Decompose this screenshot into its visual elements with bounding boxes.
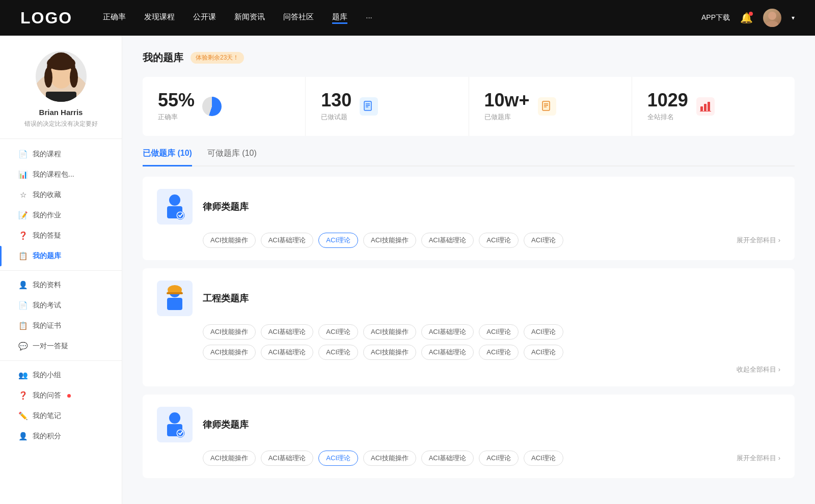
tag[interactable]: ACI基础理论 [261, 345, 314, 360]
qbank-card-3: 律师类题库 ACI技能操作 ACI基础理论 ACI理论 ACI技能操作 ACI基… [143, 395, 795, 478]
tag[interactable]: ACI理论 [479, 233, 519, 248]
tag-active[interactable]: ACI理论 [318, 233, 358, 248]
tag[interactable]: ACI理论 [479, 345, 519, 360]
sidebar-item-my-homework[interactable]: 📝 我的作业 [0, 205, 122, 226]
svg-rect-30 [167, 292, 183, 294]
stat-done-banks: 10w+ 已做题库 [469, 77, 632, 136]
sidebar-item-my-points[interactable]: 👤 我的积分 [0, 426, 122, 446]
sidebar-item-label: 我的资料 [33, 281, 61, 290]
nav-qbank[interactable]: 题库 [332, 12, 347, 24]
tag-active[interactable]: ACI理论 [318, 451, 358, 466]
expand-link-3[interactable]: 展开全部科目 › [737, 454, 780, 463]
nav-links: 正确率 发现课程 公开课 新闻资讯 问答社区 题库 ··· [103, 12, 701, 24]
sidebar-item-label: 我的证书 [33, 321, 61, 330]
nav-discover[interactable]: 发现课程 [144, 12, 175, 24]
qbank-card-2-tags-row1: ACI技能操作 ACI基础理论 ACI理论 ACI技能操作 ACI基础理论 AC… [157, 324, 780, 340]
qbank-card-1-tags: ACI技能操作 ACI基础理论 ACI理论 ACI技能操作 ACI基础理论 AC… [157, 233, 780, 248]
user-dropdown-icon[interactable]: ▾ [792, 14, 795, 21]
sidebar-motto: 错误的决定比没有决定要好 [24, 120, 98, 128]
tag[interactable]: ACI理论 [524, 233, 563, 248]
stat-rank: 1029 全站排名 [632, 77, 795, 136]
sidebar-item-my-favorite[interactable]: ☆ 我的收藏 [0, 185, 122, 205]
sidebar-item-my-qbank[interactable]: 📋 我的题库 [0, 246, 122, 266]
sidebar-item-label: 我的小组 [33, 371, 61, 380]
tag[interactable]: ACI理论 [318, 324, 358, 340]
stats-row: 55% 正确率 130 已做试题 [143, 77, 795, 136]
pie-chart-icon [202, 97, 222, 116]
sidebar-item-my-group[interactable]: 👥 我的小组 [0, 365, 122, 385]
tag[interactable]: ACI基础理论 [421, 233, 474, 248]
sidebar-item-label: 我的考试 [33, 301, 61, 310]
expand-link-1[interactable]: 展开全部科目 › [737, 236, 780, 245]
accuracy-label: 正确率 [158, 113, 195, 122]
sidebar-item-my-package[interactable]: 📊 我的课程包... [0, 164, 122, 185]
tags-flex-2a: ACI技能操作 ACI基础理论 ACI理论 ACI技能操作 ACI基础理论 AC… [203, 324, 780, 340]
nav-opencourse[interactable]: 公开课 [193, 12, 216, 24]
tag[interactable]: ACI理论 [479, 451, 519, 466]
tag[interactable]: ACI技能操作 [363, 345, 416, 360]
tag[interactable]: ACI理论 [524, 324, 563, 340]
stat-done-content: 130 已做试题 [321, 91, 351, 122]
sidebar-item-my-questions[interactable]: ❓ 我的问答 [0, 385, 122, 406]
sidebar-item-my-exam[interactable]: 📄 我的考试 [0, 295, 122, 316]
sidebar-item-one-on-one[interactable]: 💬 一对一答疑 [0, 336, 122, 356]
sidebar-item-my-profile[interactable]: 👤 我的资料 [0, 275, 122, 295]
tab-done[interactable]: 已做题库 (10) [143, 148, 192, 166]
nav-more[interactable]: ··· [366, 13, 372, 23]
avatar[interactable] [763, 9, 781, 27]
sidebar-menu: 📄 我的课程 📊 我的课程包... ☆ 我的收藏 📝 我的作业 ❓ 我的答疑 📋 [0, 144, 122, 446]
exam-icon: 📄 [18, 301, 28, 310]
app-download-button[interactable]: APP下载 [701, 13, 730, 22]
qbank-card-2-tags-row2: ACI技能操作 ACI基础理论 ACI理论 ACI技能操作 ACI基础理论 AC… [157, 345, 780, 360]
tag[interactable]: ACI技能操作 [363, 233, 416, 248]
navbar: LOGO 正确率 发现课程 公开课 新闻资讯 问答社区 题库 ··· APP下载… [0, 0, 815, 36]
sidebar-item-my-qa[interactable]: ❓ 我的答疑 [0, 226, 122, 246]
notification-dot [749, 12, 753, 16]
tag[interactable]: ACI理论 [318, 345, 358, 360]
tag[interactable]: ACI基础理论 [261, 451, 314, 466]
tab-available[interactable]: 可做题库 (10) [207, 148, 257, 165]
notification-bell-icon[interactable]: 🔔 [740, 12, 753, 24]
tag[interactable]: ACI理论 [479, 324, 519, 340]
package-icon: 📊 [18, 170, 28, 179]
done-questions-value: 130 [321, 91, 351, 109]
sidebar-item-my-course[interactable]: 📄 我的课程 [0, 144, 122, 164]
rank-value: 1029 [647, 91, 688, 109]
tag[interactable]: ACI技能操作 [203, 451, 256, 466]
tag[interactable]: ACI基础理论 [261, 233, 314, 248]
svg-point-31 [169, 412, 180, 424]
nav-qa[interactable]: 问答社区 [283, 12, 314, 24]
qbank-card-2-title: 工程类题库 [203, 292, 249, 304]
qbank-icon: 📋 [18, 251, 28, 261]
sidebar-item-my-cert[interactable]: 📋 我的证书 [0, 316, 122, 336]
done-banks-label: 已做题库 [484, 113, 530, 122]
tag[interactable]: ACI技能操作 [203, 233, 256, 248]
tag[interactable]: ACI理论 [524, 451, 563, 466]
main-content: 我的题库 体验剩余23天！ 55% 正确率 130 已做试题 [122, 36, 815, 504]
main-layout: Brian Harris 错误的决定比没有决定要好 📄 我的课程 📊 我的课程包… [0, 36, 815, 504]
nav-home[interactable]: 正确率 [103, 12, 126, 24]
tag[interactable]: ACI基础理论 [421, 324, 474, 340]
rank-icon [695, 96, 716, 117]
qbank-card-3-tags: ACI技能操作 ACI基础理论 ACI理论 ACI技能操作 ACI基础理论 AC… [157, 451, 780, 466]
tag[interactable]: ACI技能操作 [363, 451, 416, 466]
bar-chart-icon [696, 97, 715, 116]
tag[interactable]: ACI技能操作 [363, 324, 416, 340]
svg-point-25 [177, 212, 183, 218]
tags-flex-1: ACI技能操作 ACI基础理论 ACI理论 ACI技能操作 ACI基础理论 AC… [203, 233, 737, 248]
points-icon: 👤 [18, 432, 28, 441]
favorite-icon: ☆ [18, 190, 28, 200]
svg-rect-20 [708, 102, 710, 111]
svg-point-0 [768, 12, 776, 20]
tag[interactable]: ACI技能操作 [203, 324, 256, 340]
tag[interactable]: ACI基础理论 [421, 451, 474, 466]
collapse-link-2[interactable]: 收起全部科目 › [157, 365, 780, 374]
document-orange-icon [538, 97, 556, 116]
tag[interactable]: ACI技能操作 [203, 345, 256, 360]
sidebar-item-my-notes[interactable]: ✏️ 我的笔记 [0, 406, 122, 426]
tabs: 已做题库 (10) 可做题库 (10) [143, 148, 795, 166]
nav-news[interactable]: 新闻资讯 [234, 12, 265, 24]
tag[interactable]: ACI理论 [524, 345, 563, 360]
tag[interactable]: ACI基础理论 [421, 345, 474, 360]
tag[interactable]: ACI基础理论 [261, 324, 314, 340]
